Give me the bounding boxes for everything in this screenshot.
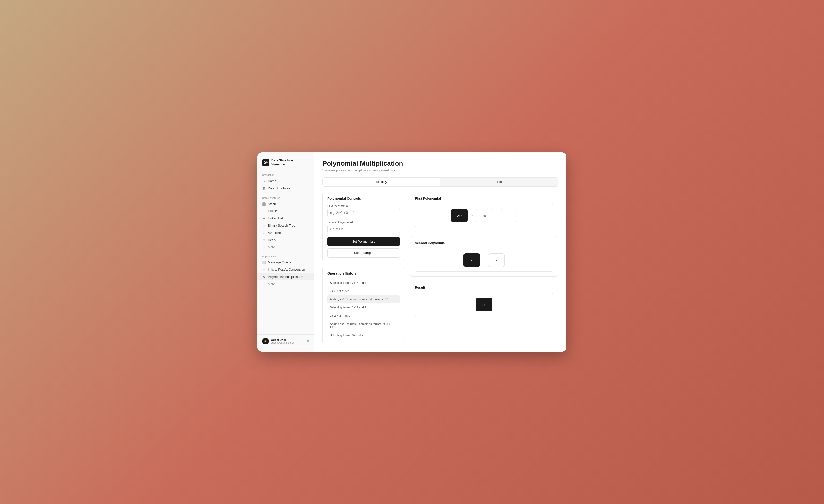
right-panel: First Polynomial 2x2 → 3x → 1 Second Pol… xyxy=(410,192,558,345)
tree-icon xyxy=(262,224,266,227)
grid-icon: ▦ xyxy=(262,186,266,190)
sidebar-item-message-queue[interactable]: ⬜ Message Queue xyxy=(258,259,314,266)
main-content: Polynomial Multiplication Visualize poly… xyxy=(314,152,566,352)
tab-info[interactable]: Info xyxy=(440,177,558,186)
user-name: Guest User xyxy=(271,338,295,341)
user-info: ⚡ Guest User guest@example.com xyxy=(262,338,295,345)
second-poly-vis-title: Second Polynomial xyxy=(415,241,553,245)
list-icon: ≡ xyxy=(262,217,266,220)
sidebar-more-ds[interactable]: ··· More xyxy=(258,244,314,251)
infix-icon: ≡ xyxy=(262,268,266,271)
avl-icon: △ xyxy=(262,231,266,235)
sidebar-item-stack[interactable]: Stack xyxy=(258,201,314,208)
first-poly-input[interactable] xyxy=(327,209,400,217)
sidebar-item-bst[interactable]: Binary Search Tree xyxy=(258,222,314,229)
first-poly-vis-area: 2x2 → 3x → 1 xyxy=(415,204,553,227)
sidebar-item-avl[interactable]: △ AVL Tree xyxy=(258,229,314,236)
stack-icon xyxy=(262,202,266,206)
user-email: guest@example.com xyxy=(271,341,295,344)
sidebar-footer: ⚡ Guest User guest@example.com ⇅ xyxy=(258,335,314,348)
result-vis-card: Result 2x3 xyxy=(410,281,558,321)
second-poly-label: Second Polynomial xyxy=(327,221,400,224)
second-poly-linked-list: x → 2 xyxy=(463,253,505,267)
sidebar-item-queue[interactable]: ▭ Queue xyxy=(258,208,314,215)
node-2x3: 2x3 xyxy=(476,298,492,311)
op-item-0: Selecting terms: 2x^2 and x xyxy=(327,279,400,287)
svg-point-7 xyxy=(264,224,264,225)
svg-rect-1 xyxy=(263,203,266,204)
op-item-1: 2x^2 × x = 2x^3 xyxy=(327,287,400,295)
sidebar-item-home[interactable]: ⌂ Home xyxy=(258,177,314,185)
ds-section-label: Data Structures xyxy=(258,195,314,201)
tab-multiply[interactable]: Multiply xyxy=(323,177,440,186)
sidebar-item-infix-postfix[interactable]: ≡ Infix to Postfix Conversion xyxy=(258,266,314,273)
dots-icon-ds: ··· xyxy=(262,245,266,249)
left-panel: Polynomial Controls First Polynomial Sec… xyxy=(322,192,405,345)
logo-icon xyxy=(262,159,269,166)
use-example-button[interactable]: Use Example xyxy=(327,248,400,258)
page-subtitle: Visualize polynomial multiplication usin… xyxy=(322,168,558,172)
arrow-1: → xyxy=(470,213,474,218)
message-icon: ⬜ xyxy=(262,261,266,264)
sidebar: Data Structure Visualizer Navigation ⌂ H… xyxy=(258,152,314,352)
result-linked-list: 2x3 xyxy=(476,298,492,311)
operation-history-card: Operation History Selecting terms: 2x^2 … xyxy=(322,266,405,345)
op-item-2: Adding 2x^3 to result, combined terms: 2… xyxy=(327,295,400,303)
polynomial-controls-card: Polynomial Controls First Polynomial Sec… xyxy=(322,192,405,262)
second-poly-vis-card: Second Polynomial x → 2 xyxy=(410,236,558,277)
svg-line-5 xyxy=(263,225,264,226)
dots-icon-apps: ··· xyxy=(262,282,266,286)
second-poly-vis-area: x → 2 xyxy=(415,249,553,272)
tabs-bar: Multiply Info xyxy=(322,177,558,186)
svg-rect-2 xyxy=(263,204,266,205)
node-1: 1 xyxy=(501,209,517,222)
controls-title: Polynomial Controls xyxy=(327,197,400,201)
content-grid: Polynomial Controls First Polynomial Sec… xyxy=(322,192,558,345)
sidebar-item-poly-mult[interactable]: ✕ Polynomial Multiplication xyxy=(258,273,314,280)
sidebar-item-linked-list[interactable]: ≡ Linked List xyxy=(258,215,314,222)
apps-section-label: Applications xyxy=(258,253,314,259)
user-avatar: ⚡ xyxy=(262,338,269,345)
first-poly-vis-title: First Polynomial xyxy=(415,197,553,201)
op-item-3: Selecting terms: 2x^2 and 2 xyxy=(327,303,400,311)
svg-line-6 xyxy=(264,225,265,226)
sidebar-item-heap[interactable]: ⊟ Heap xyxy=(258,236,314,244)
op-item-5: Adding 4x^2 to result, combined terms: 2… xyxy=(327,320,400,331)
arrow-3: → xyxy=(482,258,486,262)
op-item-6: Selecting terms: 3x and x xyxy=(327,331,400,339)
node-2x2: 2x2 xyxy=(451,209,468,222)
node-3x: 3x xyxy=(476,209,492,222)
page-title: Polynomial Multiplication xyxy=(322,159,558,167)
heap-icon: ⊟ xyxy=(262,238,266,242)
queue-icon: ▭ xyxy=(262,210,266,213)
x-icon: ✕ xyxy=(262,275,266,279)
app-container: Data Structure Visualizer Navigation ⌂ H… xyxy=(258,152,566,352)
first-poly-vis-card: First Polynomial 2x2 → 3x → 1 xyxy=(410,192,558,232)
sidebar-item-data-structures[interactable]: ▦ Data Structures xyxy=(258,185,314,192)
op-item-4: 2x^2 × 2 = 4x^2 xyxy=(327,312,400,320)
svg-point-8 xyxy=(263,226,263,227)
set-polynomials-button[interactable]: Set Polynomials xyxy=(327,237,400,246)
logo-text: Data Structure Visualizer xyxy=(272,158,293,166)
user-details: Guest User guest@example.com xyxy=(271,338,295,344)
result-vis-title: Result xyxy=(415,285,553,289)
node-2: 2 xyxy=(488,253,505,267)
nav-section-label: Navigation xyxy=(258,171,314,177)
svg-point-9 xyxy=(265,226,265,227)
second-poly-input[interactable] xyxy=(327,225,400,233)
arrow-2: → xyxy=(494,213,499,218)
first-poly-label: First Polynomial xyxy=(327,204,400,207)
result-vis-area: 2x3 xyxy=(415,293,553,316)
svg-rect-3 xyxy=(263,205,266,206)
node-x: x xyxy=(463,253,480,267)
first-poly-linked-list: 2x2 → 3x → 1 xyxy=(451,209,517,222)
op-history-title: Operation History xyxy=(327,271,400,275)
sidebar-logo: Data Structure Visualizer xyxy=(258,156,314,171)
user-chevron-icon[interactable]: ⇅ xyxy=(307,340,309,343)
sidebar-more-apps[interactable]: ··· More xyxy=(258,280,314,288)
home-icon: ⌂ xyxy=(262,179,266,183)
